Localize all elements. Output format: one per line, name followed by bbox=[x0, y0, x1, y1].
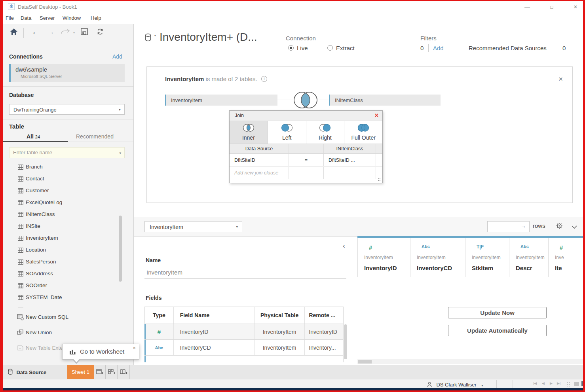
table-search-input[interactable] bbox=[9, 148, 108, 157]
database-select[interactable]: DwTrainingOrange ▾ bbox=[9, 104, 125, 115]
table-item-location[interactable]: Location bbox=[9, 244, 120, 256]
sheet1-tab[interactable]: Sheet 1 bbox=[67, 365, 94, 379]
prev-page-icon[interactable]: ◀ bbox=[542, 381, 545, 385]
table-item-inventoryitem[interactable]: InventoryItem bbox=[9, 233, 120, 244]
join-clause-right-field[interactable]: DfltSiteID ... bbox=[324, 154, 376, 167]
minimize-button[interactable]: — bbox=[521, 3, 533, 11]
join-clause-operator[interactable]: = bbox=[289, 154, 324, 167]
canvas-close-icon[interactable]: × bbox=[558, 75, 563, 83]
tab-recommended[interactable]: Recommended bbox=[76, 133, 114, 140]
table-item-contact[interactable]: Contact bbox=[9, 173, 120, 185]
recommended-datasources-count: 0 bbox=[562, 45, 566, 51]
first-page-icon[interactable]: |◀ bbox=[533, 381, 537, 385]
field-row[interactable]: # InventoryID InventoryItem InventoryID bbox=[144, 324, 344, 340]
menu-server[interactable]: Server bbox=[40, 15, 55, 21]
datasource-tab[interactable]: Data Source bbox=[8, 369, 46, 376]
new-union[interactable]: New Union bbox=[9, 327, 120, 339]
next-page-icon[interactable]: ▶ bbox=[550, 381, 553, 385]
grid-column-inventorycd[interactable]: Abc InventoryItem InventoryCD bbox=[410, 236, 465, 277]
split-view-icon[interactable] bbox=[574, 382, 579, 386]
new-dashboard-button[interactable] bbox=[106, 365, 118, 379]
table-item-branch[interactable]: Branch bbox=[9, 161, 120, 173]
info-icon[interactable]: i bbox=[261, 76, 267, 82]
table-item-salesperson[interactable]: SalesPerson bbox=[9, 256, 120, 268]
fields-scrollbar[interactable] bbox=[344, 324, 347, 359]
update-now-button[interactable]: Update Now bbox=[448, 307, 547, 318]
last-page-icon[interactable]: ▶| bbox=[557, 381, 560, 385]
menu-file[interactable]: File bbox=[6, 15, 14, 21]
table-item-excelquotelog[interactable]: ExcelQuoteLog bbox=[9, 197, 120, 209]
join-type-right[interactable]: Right bbox=[306, 121, 345, 144]
save-icon[interactable] bbox=[81, 28, 88, 37]
datasource-title[interactable]: InventoryItem+ (D... bbox=[160, 31, 257, 44]
logical-table-left[interactable]: InventoryItem bbox=[165, 95, 277, 106]
close-button[interactable]: × bbox=[570, 3, 581, 11]
table-item-soorder[interactable]: SOOrder bbox=[9, 280, 120, 292]
maximize-button[interactable]: □ bbox=[546, 3, 558, 11]
join-clause-left-field[interactable]: DfltSiteID bbox=[230, 154, 289, 167]
grid-column-descr[interactable]: Abc InventoryItem Descr bbox=[509, 236, 548, 277]
new-story-button[interactable] bbox=[118, 365, 130, 379]
menu-window[interactable]: Window bbox=[63, 15, 81, 21]
radio-live-label[interactable]: Live bbox=[297, 45, 308, 51]
redo-caret-icon[interactable]: ▾ bbox=[73, 31, 75, 34]
string-type-icon: Abc bbox=[145, 340, 173, 355]
table-item-customer[interactable]: Customer bbox=[9, 185, 120, 197]
grid-column-inventoryid[interactable]: # InventoryItem InventoryID bbox=[357, 236, 410, 277]
datasource-cylinder-icon[interactable] bbox=[145, 33, 152, 44]
table-item-partial[interactable] bbox=[9, 304, 120, 307]
back-icon[interactable]: ← bbox=[32, 27, 40, 36]
table-item-soaddress[interactable]: SOAddress bbox=[9, 268, 120, 280]
join-type-full-outer[interactable]: Full Outer bbox=[344, 121, 382, 144]
add-join-clause[interactable]: Add new join clause bbox=[230, 167, 289, 179]
add-join-clause-row[interactable]: Add new join clause bbox=[230, 167, 382, 179]
redo-icon[interactable] bbox=[61, 29, 71, 37]
name-value[interactable]: InventoryItem bbox=[146, 269, 182, 276]
database-select-value: DwTrainingOrange bbox=[13, 107, 57, 113]
radio-live[interactable] bbox=[288, 45, 294, 51]
grid-column-stkitem[interactable]: T|F InventoryItem StkItem bbox=[465, 236, 509, 277]
chevron-down-icon[interactable]: ▾ bbox=[119, 151, 121, 155]
tab-all[interactable]: All 24 bbox=[27, 133, 40, 140]
rows-limit-input[interactable]: → bbox=[487, 221, 530, 232]
tooltip-close-icon[interactable]: × bbox=[133, 345, 136, 351]
grid-horizontal-scrollbar[interactable] bbox=[357, 359, 583, 364]
gear-icon[interactable] bbox=[556, 222, 563, 231]
preview-table-select[interactable]: InventoryItem ▾ bbox=[144, 221, 242, 232]
join-type-inner[interactable]: Inner bbox=[230, 121, 268, 144]
chevron-down-icon[interactable] bbox=[572, 223, 577, 231]
go-to-worksheet-tooltip[interactable]: Go to Worksheet × bbox=[62, 344, 139, 360]
new-worksheet-button[interactable] bbox=[94, 365, 106, 379]
join-type-left[interactable]: Left bbox=[268, 121, 306, 144]
join-dialog-close-icon[interactable]: × bbox=[375, 112, 378, 119]
radio-extract[interactable] bbox=[327, 45, 333, 51]
table-item-system-date[interactable]: SYSTEM_Date bbox=[9, 292, 120, 304]
connections-add-link[interactable]: Add bbox=[112, 53, 122, 60]
update-automatically-button[interactable]: Update Automatically bbox=[448, 325, 547, 336]
menu-data[interactable]: Data bbox=[21, 15, 31, 21]
table-item-insite[interactable]: INSite bbox=[9, 221, 120, 233]
table-item-initemclass[interactable]: INItemClass bbox=[9, 209, 120, 221]
forward-icon[interactable]: → bbox=[47, 27, 55, 36]
logical-table-right[interactable]: INItemClass bbox=[329, 95, 441, 106]
join-venn-icon[interactable] bbox=[292, 90, 319, 112]
user-menu[interactable]: DS Clark Walliser ▾ bbox=[427, 381, 483, 388]
refresh-icon[interactable] bbox=[96, 28, 104, 37]
radio-extract-label[interactable]: Extract bbox=[336, 45, 355, 51]
new-custom-sql[interactable]: New Custom SQL bbox=[9, 312, 120, 324]
column-accent bbox=[465, 236, 509, 238]
join-clause-row[interactable]: DfltSiteID = DfltSiteID ... bbox=[230, 154, 382, 167]
connection-item[interactable]: dw6\sample Microsoft SQL Server bbox=[9, 64, 125, 82]
filters-add-link[interactable]: Add bbox=[433, 45, 444, 51]
field-row[interactable]: Abc InventoryCD InventoryItem Inventory.… bbox=[144, 340, 344, 356]
collapse-panel-icon[interactable]: ‹ bbox=[343, 242, 345, 250]
home-icon[interactable] bbox=[10, 28, 18, 37]
menu-help[interactable]: Help bbox=[91, 15, 101, 21]
sidebar-scrollbar[interactable] bbox=[119, 216, 122, 282]
chevron-down-icon[interactable]: ▾ bbox=[154, 34, 156, 37]
resize-grip-icon[interactable] bbox=[378, 178, 381, 182]
grid-view-icon[interactable] bbox=[566, 382, 571, 386]
arrow-right-icon[interactable]: → bbox=[520, 223, 526, 229]
grid-column-partial[interactable]: # Inve Ite bbox=[548, 236, 583, 277]
scroll-thumb[interactable] bbox=[358, 360, 372, 364]
